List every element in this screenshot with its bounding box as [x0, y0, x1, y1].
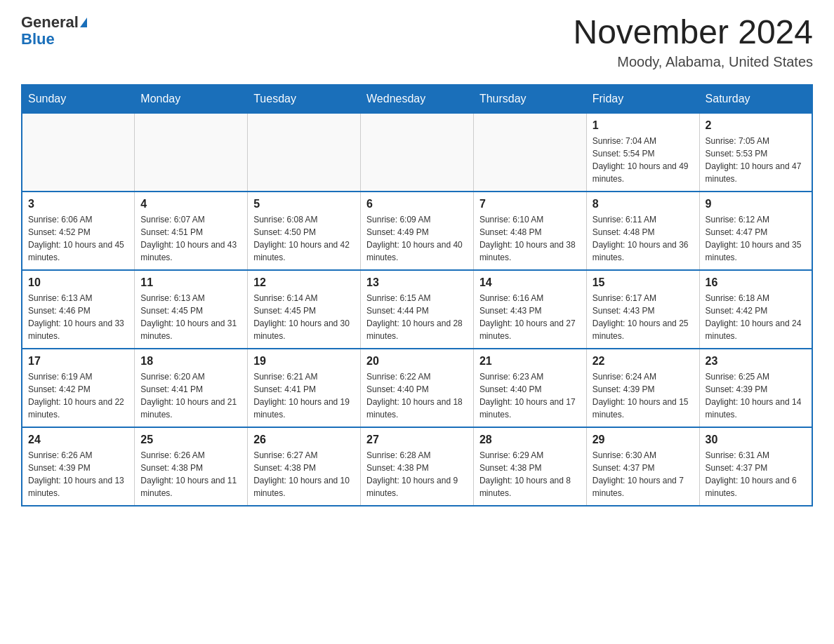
table-row: 22Sunrise: 6:24 AMSunset: 4:39 PMDayligh… [586, 349, 699, 427]
day-info: Sunrise: 6:10 AMSunset: 4:48 PMDaylight:… [479, 213, 581, 264]
day-number: 17 [28, 355, 128, 368]
day-number: 16 [706, 276, 806, 289]
table-row: 10Sunrise: 6:13 AMSunset: 4:46 PMDayligh… [22, 270, 135, 349]
table-row: 23Sunrise: 6:25 AMSunset: 4:39 PMDayligh… [699, 349, 812, 427]
location: Moody, Alabama, United States [573, 54, 813, 70]
table-row: 16Sunrise: 6:18 AMSunset: 4:42 PMDayligh… [699, 270, 812, 349]
table-row: 13Sunrise: 6:15 AMSunset: 4:44 PMDayligh… [361, 270, 474, 349]
day-info: Sunrise: 6:13 AMSunset: 4:46 PMDaylight:… [28, 292, 128, 342]
table-row: 8Sunrise: 6:11 AMSunset: 4:48 PMDaylight… [586, 192, 699, 270]
day-number: 6 [366, 198, 468, 210]
table-row: 14Sunrise: 6:16 AMSunset: 4:43 PMDayligh… [473, 270, 586, 349]
day-number: 11 [140, 276, 241, 289]
day-number: 25 [140, 434, 241, 446]
day-number: 20 [366, 355, 468, 368]
day-info: Sunrise: 6:11 AMSunset: 4:48 PMDaylight:… [593, 213, 694, 264]
day-number: 7 [479, 198, 581, 210]
table-row: 29Sunrise: 6:30 AMSunset: 4:37 PMDayligh… [586, 427, 699, 506]
day-number: 26 [253, 434, 355, 446]
table-row: 1Sunrise: 7:04 AMSunset: 5:54 PMDaylight… [586, 113, 699, 192]
table-row: 3Sunrise: 6:06 AMSunset: 4:52 PMDaylight… [22, 192, 135, 270]
table-row: 12Sunrise: 6:14 AMSunset: 4:45 PMDayligh… [248, 270, 361, 349]
table-row: 17Sunrise: 6:19 AMSunset: 4:42 PMDayligh… [22, 349, 135, 427]
table-row [473, 113, 586, 192]
table-row: 2Sunrise: 7:05 AMSunset: 5:53 PMDaylight… [699, 113, 812, 192]
table-row: 30Sunrise: 6:31 AMSunset: 4:37 PMDayligh… [699, 427, 812, 506]
logo-triangle-icon [80, 18, 87, 27]
day-number: 23 [706, 355, 806, 368]
day-number: 27 [366, 434, 468, 446]
day-number: 2 [706, 119, 806, 132]
table-row: 28Sunrise: 6:29 AMSunset: 4:38 PMDayligh… [473, 427, 586, 506]
table-row: 18Sunrise: 6:20 AMSunset: 4:41 PMDayligh… [135, 349, 248, 427]
logo-blue-text: Blue [21, 31, 87, 48]
day-number: 29 [593, 434, 694, 446]
day-info: Sunrise: 6:17 AMSunset: 4:43 PMDaylight:… [593, 292, 694, 342]
day-info: Sunrise: 7:05 AMSunset: 5:53 PMDaylight:… [706, 135, 806, 185]
day-number: 18 [140, 355, 241, 368]
logo: General Blue [21, 14, 87, 48]
table-row: 24Sunrise: 6:26 AMSunset: 4:39 PMDayligh… [22, 427, 135, 506]
week-row-4: 17Sunrise: 6:19 AMSunset: 4:42 PMDayligh… [22, 349, 812, 427]
table-row [248, 113, 361, 192]
day-number: 1 [593, 119, 694, 132]
day-info: Sunrise: 6:26 AMSunset: 4:38 PMDaylight:… [140, 449, 241, 499]
col-sunday: Sunday [22, 85, 135, 113]
day-info: Sunrise: 6:12 AMSunset: 4:47 PMDaylight:… [706, 213, 806, 264]
calendar-table: Sunday Monday Tuesday Wednesday Thursday… [21, 84, 813, 507]
col-monday: Monday [135, 85, 248, 113]
day-info: Sunrise: 6:25 AMSunset: 4:39 PMDaylight:… [706, 370, 806, 421]
day-number: 22 [593, 355, 694, 368]
day-number: 19 [253, 355, 355, 368]
col-thursday: Thursday [473, 85, 586, 113]
logo-general-text: General [21, 14, 79, 31]
title-block: November 2024 Moody, Alabama, United Sta… [573, 14, 813, 70]
day-info: Sunrise: 6:27 AMSunset: 4:38 PMDaylight:… [253, 449, 355, 499]
day-info: Sunrise: 6:22 AMSunset: 4:40 PMDaylight:… [366, 370, 468, 421]
table-row: 21Sunrise: 6:23 AMSunset: 4:40 PMDayligh… [473, 349, 586, 427]
month-title: November 2024 [573, 14, 813, 51]
day-info: Sunrise: 6:23 AMSunset: 4:40 PMDaylight:… [479, 370, 581, 421]
table-row [361, 113, 474, 192]
day-number: 24 [28, 434, 128, 446]
day-number: 28 [479, 434, 581, 446]
table-row [135, 113, 248, 192]
calendar-header-row: Sunday Monday Tuesday Wednesday Thursday… [22, 85, 812, 113]
table-row: 25Sunrise: 6:26 AMSunset: 4:38 PMDayligh… [135, 427, 248, 506]
day-info: Sunrise: 6:21 AMSunset: 4:41 PMDaylight:… [253, 370, 355, 421]
day-info: Sunrise: 6:31 AMSunset: 4:37 PMDaylight:… [706, 449, 806, 499]
day-number: 13 [366, 276, 468, 289]
day-info: Sunrise: 6:28 AMSunset: 4:38 PMDaylight:… [366, 449, 468, 499]
table-row: 4Sunrise: 6:07 AMSunset: 4:51 PMDaylight… [135, 192, 248, 270]
day-number: 8 [593, 198, 694, 210]
week-row-5: 24Sunrise: 6:26 AMSunset: 4:39 PMDayligh… [22, 427, 812, 506]
week-row-1: 1Sunrise: 7:04 AMSunset: 5:54 PMDaylight… [22, 113, 812, 192]
day-info: Sunrise: 7:04 AMSunset: 5:54 PMDaylight:… [593, 135, 694, 185]
table-row: 19Sunrise: 6:21 AMSunset: 4:41 PMDayligh… [248, 349, 361, 427]
table-row: 26Sunrise: 6:27 AMSunset: 4:38 PMDayligh… [248, 427, 361, 506]
week-row-2: 3Sunrise: 6:06 AMSunset: 4:52 PMDaylight… [22, 192, 812, 270]
table-row: 7Sunrise: 6:10 AMSunset: 4:48 PMDaylight… [473, 192, 586, 270]
day-info: Sunrise: 6:15 AMSunset: 4:44 PMDaylight:… [366, 292, 468, 342]
table-row: 5Sunrise: 6:08 AMSunset: 4:50 PMDaylight… [248, 192, 361, 270]
col-wednesday: Wednesday [361, 85, 474, 113]
day-info: Sunrise: 6:09 AMSunset: 4:49 PMDaylight:… [366, 213, 468, 264]
week-row-3: 10Sunrise: 6:13 AMSunset: 4:46 PMDayligh… [22, 270, 812, 349]
table-row [22, 113, 135, 192]
day-info: Sunrise: 6:29 AMSunset: 4:38 PMDaylight:… [479, 449, 581, 499]
day-number: 30 [706, 434, 806, 446]
table-row: 15Sunrise: 6:17 AMSunset: 4:43 PMDayligh… [586, 270, 699, 349]
table-row: 20Sunrise: 6:22 AMSunset: 4:40 PMDayligh… [361, 349, 474, 427]
table-row: 9Sunrise: 6:12 AMSunset: 4:47 PMDaylight… [699, 192, 812, 270]
day-number: 15 [593, 276, 694, 289]
day-number: 14 [479, 276, 581, 289]
day-number: 10 [28, 276, 128, 289]
table-row: 27Sunrise: 6:28 AMSunset: 4:38 PMDayligh… [361, 427, 474, 506]
col-saturday: Saturday [699, 85, 812, 113]
table-row: 6Sunrise: 6:09 AMSunset: 4:49 PMDaylight… [361, 192, 474, 270]
day-info: Sunrise: 6:24 AMSunset: 4:39 PMDaylight:… [593, 370, 694, 421]
day-number: 12 [253, 276, 355, 289]
page-header: General Blue November 2024 Moody, Alabam… [21, 14, 813, 70]
day-number: 4 [140, 198, 241, 210]
day-info: Sunrise: 6:19 AMSunset: 4:42 PMDaylight:… [28, 370, 128, 421]
